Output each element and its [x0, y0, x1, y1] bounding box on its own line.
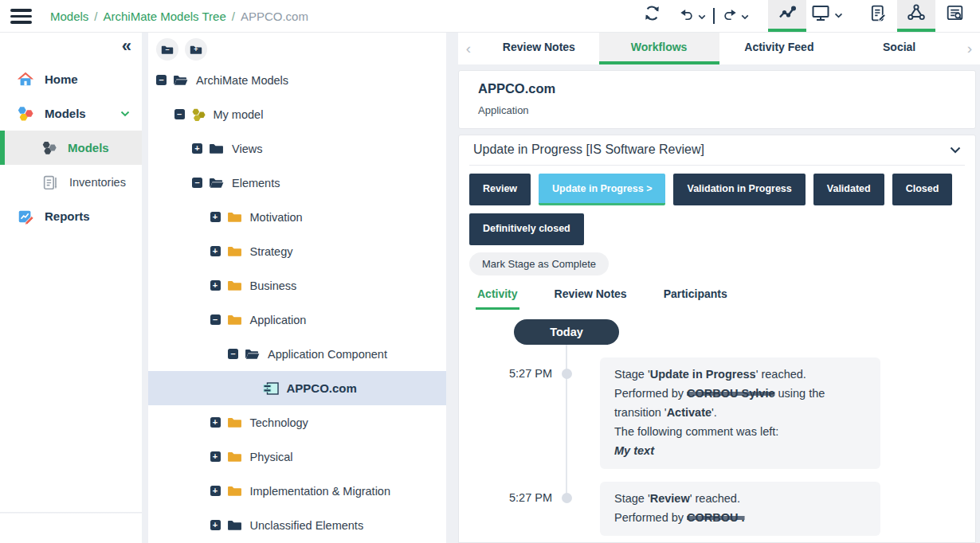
chevron-down-icon[interactable] — [120, 111, 130, 117]
collapse-all-folders-button[interactable]: – — [156, 38, 178, 61]
tree-node[interactable]: +Views — [148, 131, 446, 166]
timeline-entry: 5:27 PMStage 'Review' reached.Performed … — [469, 482, 965, 536]
redo-icon[interactable] — [722, 6, 738, 25]
tree-node[interactable]: +Motivation — [148, 200, 446, 234]
entry-timestamp: 5:27 PM — [469, 357, 552, 469]
stage-button[interactable]: Review — [469, 174, 531, 205]
tree-expander-plus[interactable]: + — [210, 212, 221, 222]
hamburger-menu-icon[interactable] — [10, 9, 32, 24]
tree-expander-minus[interactable]: – — [192, 178, 202, 188]
tree-expander-minus[interactable]: – — [228, 349, 238, 359]
breadcrumb-separator: / — [94, 10, 97, 23]
model-hexagons-icon — [191, 107, 206, 122]
tree-node[interactable]: –ArchiMate Models — [148, 63, 446, 97]
tree-node[interactable]: –Elements — [148, 166, 446, 200]
chevron-down-icon[interactable] — [698, 9, 706, 23]
chevron-down-icon — [834, 7, 843, 21]
subtab-review-notes[interactable]: Review Notes — [553, 283, 629, 310]
workflow-subtabs: ActivityReview NotesParticipants — [469, 283, 965, 310]
breadcrumb-separator: / — [232, 10, 235, 23]
breadcrumb-item[interactable]: ArchiMate Models Tree — [104, 10, 226, 23]
undo-icon[interactable] — [679, 6, 695, 25]
subtab-participants[interactable]: Participants — [662, 283, 729, 310]
tree-node-label: Elements — [232, 177, 280, 189]
sidebar-item-home[interactable]: Home — [0, 62, 142, 96]
tree-node[interactable]: +Unclassified Elements — [148, 508, 446, 542]
tab-activity-feed[interactable]: Activity Feed — [719, 33, 840, 64]
tree-node-label: Business — [250, 279, 297, 292]
workflow-header[interactable]: Update in Progress [IS Software Review] — [469, 135, 965, 166]
sidebar-item-models[interactable]: Models — [0, 131, 142, 165]
tree-expander-plus[interactable]: + — [210, 246, 221, 256]
workflow-stages: ReviewUpdate in Progress >Validation in … — [469, 174, 965, 245]
tabs-scroll-left-icon[interactable]: ‹ — [458, 33, 479, 64]
activity-timeline: Today 5:27 PMStage 'Update in Progress' … — [469, 319, 965, 543]
inventories-icon — [41, 174, 59, 191]
sidebar-item-label: Models — [45, 107, 86, 120]
entry-timestamp: 5:27 PM — [469, 482, 552, 536]
chevron-down-icon[interactable] — [741, 9, 749, 23]
tree-expander-plus[interactable]: + — [210, 417, 221, 428]
mark-stage-complete-button[interactable]: Mark Stage as Complete — [469, 252, 609, 275]
tree-node[interactable]: +Physical — [148, 439, 446, 474]
stage-button[interactable]: Update in Progress > — [539, 174, 665, 205]
tree-expander-plus[interactable]: + — [210, 280, 221, 291]
sidebar-item-label: Models — [68, 141, 109, 154]
model-tree: –ArchiMate Models–My model+Views–Element… — [148, 63, 446, 542]
monitor-icon — [811, 3, 830, 25]
entry-message-line: transition 'Activate'. — [614, 403, 866, 422]
tree-node-label: APPCO.com — [287, 381, 357, 395]
tree-node[interactable]: +Business — [148, 268, 446, 303]
tree-node[interactable]: +Strategy — [148, 234, 446, 268]
tree-node[interactable]: –Application Component — [148, 337, 446, 371]
undo-redo-divider — [713, 8, 715, 24]
tree-expander-plus[interactable]: + — [210, 520, 221, 530]
document-edit-icon — [869, 4, 888, 25]
tree-expander-minus[interactable]: – — [174, 109, 185, 119]
monitor-button[interactable] — [806, 0, 848, 32]
document-edit-button[interactable] — [859, 0, 897, 32]
stage-button[interactable]: Definitively closed — [469, 213, 584, 245]
list-search-button[interactable] — [935, 0, 974, 32]
stage-button[interactable]: Validated — [813, 174, 884, 205]
graph-nodes-button[interactable] — [768, 0, 806, 32]
entry-message-line: Stage 'Review' reached. — [614, 489, 866, 508]
element-type: Application — [478, 104, 956, 116]
tab-review-notes[interactable]: Review Notes — [479, 33, 599, 64]
folder-open-navy-icon — [173, 74, 188, 86]
tree-node[interactable]: APPCO.com — [148, 371, 446, 405]
timeline-entry: 5:27 PMStage 'Update in Progress' reache… — [469, 357, 965, 469]
tabs-scroll-right-icon[interactable]: › — [959, 33, 980, 64]
sidebar-divider — [0, 512, 142, 514]
refresh-button[interactable] — [633, 0, 671, 32]
folder-closed-gold-icon — [227, 416, 242, 428]
tree-expander-minus[interactable]: – — [156, 75, 167, 85]
stage-button[interactable]: Closed — [892, 174, 953, 205]
sidebar-collapse-icon[interactable]: « — [122, 37, 131, 55]
tree-node[interactable]: –Application — [148, 303, 446, 337]
share-network-button[interactable] — [897, 0, 935, 32]
tab-workflows[interactable]: Workflows — [599, 33, 719, 64]
subtab-activity[interactable]: Activity — [476, 283, 519, 310]
tree-node[interactable]: +Implementation & Migration — [148, 474, 446, 508]
tree-node-label: ArchiMate Models — [196, 74, 288, 87]
tab-social[interactable]: Social — [839, 33, 959, 64]
folder-open-navy-icon — [209, 177, 224, 189]
share-network-icon — [907, 3, 926, 25]
sidebar-item-models[interactable]: Models — [0, 96, 142, 131]
entry-message-line: Stage 'Update in Progress' reached. — [614, 365, 866, 384]
workflow-panel: ‹Review NotesWorkflowsActivity FeedSocia… — [458, 33, 980, 543]
sidebar-item-reports[interactable]: Reports — [0, 199, 142, 233]
tree-expander-plus[interactable]: + — [192, 143, 202, 154]
entry-message-line: The following comment was left: — [614, 422, 866, 441]
expand-all-folders-button[interactable]: + — [185, 38, 207, 61]
application-component-icon — [263, 382, 279, 395]
breadcrumb-item[interactable]: Models — [50, 10, 88, 23]
tree-expander-plus[interactable]: + — [210, 451, 221, 462]
sidebar-item-inventories[interactable]: Inventories — [0, 165, 142, 199]
stage-button[interactable]: Validation in Progress — [673, 174, 805, 205]
tree-expander-minus[interactable]: – — [210, 314, 221, 325]
tree-expander-plus[interactable]: + — [210, 486, 221, 496]
tree-node[interactable]: +Technology — [148, 405, 446, 439]
tree-node[interactable]: –My model — [148, 97, 446, 131]
